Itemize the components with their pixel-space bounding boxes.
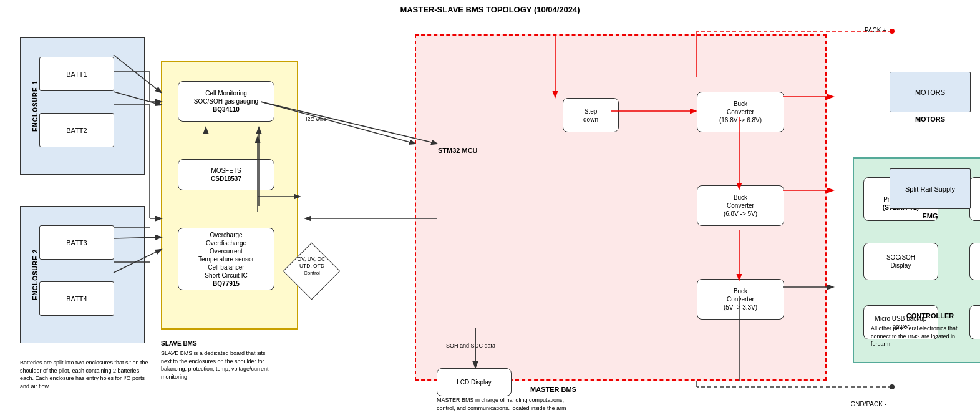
master-bms-label: MASTER BMS bbox=[530, 386, 576, 393]
pack-plus-label: PACK + bbox=[865, 27, 886, 34]
adc-box: ADC bbox=[969, 177, 980, 221]
step-down-box: Stepdown bbox=[563, 98, 619, 132]
mosfets-box: MOSFETSCSD18537 bbox=[178, 159, 274, 190]
batt3-box: BATT3 bbox=[39, 225, 114, 260]
enclosure-1: ENCLOSURE 1 BATT1 BATT2 bbox=[20, 37, 145, 175]
controller-label: CONTROLLER bbox=[890, 312, 971, 320]
peripheral-annotation: All other peripheral electronics thatcon… bbox=[871, 325, 971, 348]
stm32-label: STM32 MCU bbox=[438, 147, 478, 154]
enclosure-2: ENCLOSURE 2 BATT3 BATT4 bbox=[20, 206, 145, 343]
batt4-box: BATT4 bbox=[39, 281, 114, 316]
temp-monitoring-box: TemperatureMonitoring bbox=[969, 243, 980, 280]
slave-bms-label: SLAVE BMS bbox=[161, 340, 197, 347]
i2c-wire-label: I2C wire bbox=[306, 115, 326, 124]
buck-converter-1-box: BuckConverter(16.8V -> 6.8V) bbox=[697, 92, 784, 132]
buck-converter-2-box: BuckConverter(6.8V -> 5V) bbox=[697, 185, 784, 226]
soc-soh-display-box: SOC/SOHDisplay bbox=[863, 243, 938, 280]
battery-annotation: Batteries are split into two enclosures … bbox=[20, 359, 157, 390]
enclosure-1-label: ENCLOSURE 1 bbox=[32, 81, 39, 132]
slave-bms-description: SLAVE BMS is a dedicated board that sits… bbox=[161, 349, 295, 381]
motors-label: MOTORS bbox=[890, 115, 971, 123]
cell-monitoring-box: Cell MonitoringSOC/SOH gas gaugingBQ3411… bbox=[178, 81, 274, 122]
diamond-text: OV, UV, OC,UTD, OTDControl bbox=[284, 256, 340, 276]
split-rail-supply-box: Split Rail Supply bbox=[890, 168, 971, 209]
buck-converter-3-box: BuckConverter(5V -> 3.3V) bbox=[697, 279, 784, 320]
slave-bms-box: Cell MonitoringSOC/SOH gas gaugingBQ3411… bbox=[161, 61, 298, 330]
svg-point-20 bbox=[890, 384, 895, 389]
protection-ic-box: OverchargeOverdischargeOvercurrentTemper… bbox=[178, 228, 274, 290]
diagram-title: MASTER-SLAVE BMS TOPOLOGY (10/04/2024) bbox=[400, 5, 580, 14]
master-bms-outer: Stepdown MCUProgrammer(STLINK-V2) ADC SO… bbox=[415, 34, 827, 381]
memory-logging-box: Memory LoggingFlash (EEPROM) bbox=[969, 305, 980, 339]
motors-box: MOTORS bbox=[890, 72, 971, 112]
gnd-pack-minus-label: GND/PACK - bbox=[850, 401, 886, 408]
soh-soc-label: SOH and SOC data bbox=[446, 342, 495, 350]
enclosure-2-label: ENCLOSURE 2 bbox=[32, 249, 39, 300]
batt2-box: BATT2 bbox=[39, 113, 114, 147]
svg-point-12 bbox=[890, 29, 895, 34]
diagram-container: MASTER-SLAVE BMS TOPOLOGY (10/04/2024) E… bbox=[0, 0, 980, 420]
emg-label: EMG bbox=[890, 212, 971, 220]
batt1-box: BATT1 bbox=[39, 57, 114, 91]
master-bms-description: MASTER BMS in charge of handling computa… bbox=[437, 396, 636, 412]
lcd-display-box: LCD Display bbox=[437, 368, 512, 396]
